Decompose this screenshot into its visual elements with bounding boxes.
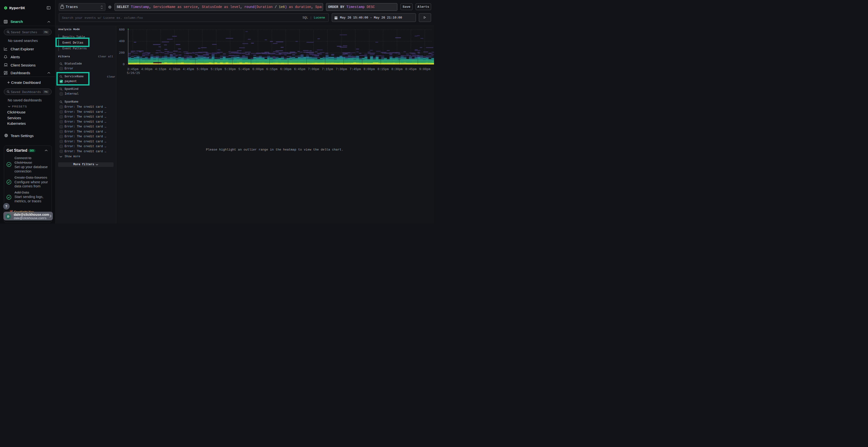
svg-text:4:30pm: 4:30pm — [169, 67, 180, 71]
svg-text:7:00pm: 7:00pm — [308, 67, 319, 71]
svg-text:5:15pm: 5:15pm — [211, 67, 222, 71]
svg-text:600: 600 — [119, 28, 125, 32]
svg-text:5:00pm: 5:00pm — [197, 67, 208, 71]
svg-text:0: 0 — [123, 63, 125, 66]
svg-text:5:45pm: 5:45pm — [239, 67, 250, 71]
svg-text:7:45pm: 7:45pm — [350, 67, 361, 71]
svg-text:7:15pm: 7:15pm — [322, 67, 333, 71]
svg-text:200: 200 — [119, 51, 125, 55]
svg-text:5/26/25: 5/26/25 — [127, 71, 140, 75]
svg-text:4:45pm: 4:45pm — [183, 67, 194, 71]
svg-text:4:00pm: 4:00pm — [141, 67, 152, 71]
svg-text:8:15pm: 8:15pm — [377, 67, 389, 71]
svg-text:8:45pm: 8:45pm — [405, 67, 416, 71]
svg-text:6:15pm: 6:15pm — [266, 67, 278, 71]
svg-text:5:30pm: 5:30pm — [224, 67, 236, 71]
svg-text:4:15pm: 4:15pm — [155, 67, 166, 71]
svg-text:3:45pm: 3:45pm — [127, 67, 138, 71]
svg-text:Please highlight an outlier ra: Please highlight an outlier range in the… — [206, 148, 343, 151]
svg-text:7:30pm: 7:30pm — [336, 67, 347, 71]
svg-text:8:00pm: 8:00pm — [364, 67, 375, 71]
svg-text:6:45pm: 6:45pm — [294, 67, 305, 71]
svg-text:6:00pm: 6:00pm — [252, 67, 264, 71]
svg-text:400: 400 — [119, 39, 125, 43]
svg-text:9:00pm: 9:00pm — [419, 67, 430, 71]
svg-text:6:30pm: 6:30pm — [280, 67, 291, 71]
svg-text:8:30pm: 8:30pm — [391, 67, 403, 71]
